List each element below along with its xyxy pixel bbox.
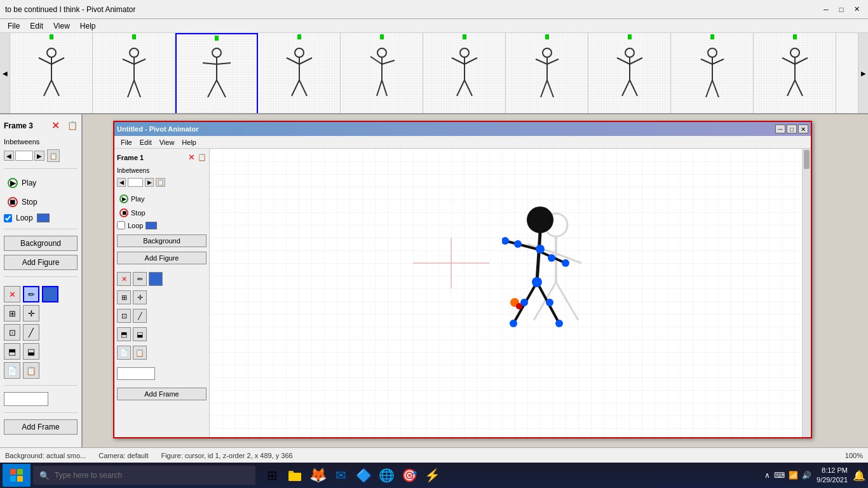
inner-tool-pencil[interactable]: ✏ <box>133 272 147 286</box>
close-button[interactable]: ✕ <box>850 3 863 16</box>
inbetween-increase[interactable]: ▶ <box>34 151 44 161</box>
taskbar-task-view[interactable]: ⊞ <box>261 464 283 487</box>
inner-loop-checkbox[interactable] <box>117 221 125 229</box>
sys-tray-keyboard[interactable]: ⌨ <box>774 471 785 480</box>
timeline-frame-2[interactable] <box>93 33 175 113</box>
add-figure-button[interactable]: Add Figure <box>4 255 78 270</box>
taskbar-app3[interactable]: ⚡ <box>421 464 444 487</box>
tool-delete[interactable]: ✕ <box>4 286 20 302</box>
tool-select[interactable]: ⊡ <box>4 324 20 341</box>
timeline-frame-6[interactable] <box>423 33 506 113</box>
tool-pencil[interactable]: ✏ <box>23 286 39 302</box>
inner-tool-copy-down[interactable]: ⬒ <box>117 327 131 341</box>
inner-inbetween-decrease[interactable]: ◀ <box>117 178 126 187</box>
inner-copy-inbetween[interactable]: 📋 <box>156 178 165 187</box>
timeline-scroll-left[interactable]: ◀ <box>0 33 10 113</box>
timeline-frame-7[interactable] <box>506 33 588 113</box>
copy-inbetween-button[interactable]: 📋 <box>47 149 60 162</box>
inner-canvas[interactable] <box>210 149 811 437</box>
minimize-button[interactable]: ─ <box>820 3 832 16</box>
stop-button[interactable]: ⏹ Stop <box>4 194 78 210</box>
inner-tool-line[interactable]: ╱ <box>133 309 147 323</box>
inner-scrollbar[interactable] <box>802 149 811 437</box>
taskbar-file-explorer[interactable] <box>283 464 306 487</box>
inner-stop-button[interactable]: ⏹ Stop <box>117 207 207 219</box>
tool-copy-up[interactable]: ⬓ <box>23 343 39 360</box>
inner-scrollbar-thumb[interactable] <box>804 150 810 169</box>
timeline-frame-1[interactable] <box>10 33 93 113</box>
inner-background-button[interactable]: Background <box>117 234 207 247</box>
inbetween-value-input[interactable]: 5 <box>15 151 33 161</box>
taskbar-mail[interactable]: ✉ <box>329 464 352 487</box>
timeline-frame-5[interactable] <box>341 33 423 113</box>
tool-paste[interactable]: 📋 <box>23 362 39 379</box>
inner-add-frame-button[interactable]: Add Frame <box>117 388 207 400</box>
sys-tray-volume[interactable]: 🔊 <box>802 471 811 480</box>
inner-frame-delete[interactable]: ✕ <box>188 152 195 162</box>
timeline-frame-9[interactable] <box>671 33 754 113</box>
inner-menu-file[interactable]: File <box>117 137 136 147</box>
menu-file[interactable]: File <box>3 20 25 32</box>
search-bar[interactable]: 🔍 <box>33 466 255 485</box>
menu-edit[interactable]: Edit <box>25 20 48 32</box>
sys-tray-chevron[interactable]: ∧ <box>764 471 770 480</box>
inner-maximize-button[interactable]: □ <box>787 125 797 133</box>
tool-color[interactable] <box>42 286 58 302</box>
background-button[interactable]: Background <box>4 236 78 251</box>
menu-help[interactable]: Help <box>75 20 101 32</box>
inner-tool-grid[interactable]: ⊞ <box>117 290 131 304</box>
taskbar-edge[interactable]: 🌐 <box>375 464 398 487</box>
sys-tray-network[interactable]: 📶 <box>789 471 798 480</box>
tool-move[interactable]: ✛ <box>23 305 39 322</box>
loop-color-swatch[interactable] <box>37 214 50 222</box>
tool-grid[interactable]: ⊞ <box>4 305 20 322</box>
inner-menu-help[interactable]: Help <box>178 137 200 147</box>
search-input[interactable] <box>55 471 249 480</box>
inner-inbetween-value[interactable]: 0 <box>128 178 143 187</box>
inner-add-figure-button[interactable]: Add Figure <box>117 252 207 264</box>
inner-frame-copy[interactable]: 📋 <box>198 153 207 161</box>
clock[interactable]: 8:12 PM 9/29/2021 <box>817 466 848 485</box>
timeline-frame-4[interactable] <box>258 33 341 113</box>
inner-minimize-button[interactable]: ─ <box>775 125 785 133</box>
inner-tool-color[interactable] <box>149 272 163 286</box>
inner-menu-view[interactable]: View <box>156 137 179 147</box>
timeline-frames <box>10 33 858 113</box>
taskbar-app1[interactable]: 🔷 <box>352 464 375 487</box>
start-button[interactable] <box>3 464 31 487</box>
inner-tool-paste[interactable]: 📋 <box>133 346 147 360</box>
inner-tool-delete[interactable]: ✕ <box>117 272 131 286</box>
inner-zoom-input[interactable]: 100.00 <box>117 367 155 380</box>
inner-inbetween-increase[interactable]: ▶ <box>145 178 154 187</box>
timeline-frame-10[interactable] <box>754 33 836 113</box>
frame-delete-button[interactable]: ✕ <box>51 119 60 132</box>
tool-copy-down[interactable]: ⬒ <box>4 343 20 360</box>
inner-menu-edit[interactable]: Edit <box>136 137 156 147</box>
inner-tool-select[interactable]: ⊡ <box>117 309 131 323</box>
maximize-button[interactable]: □ <box>835 3 848 16</box>
tool-line[interactable]: ╱ <box>23 324 39 341</box>
menu-view[interactable]: View <box>48 20 75 32</box>
inner-loop-swatch[interactable] <box>146 222 157 229</box>
add-frame-button[interactable]: Add Frame <box>4 419 78 435</box>
inner-tool-move[interactable]: ✛ <box>133 290 147 304</box>
inner-tool-copy[interactable]: 📄 <box>117 346 131 360</box>
canvas-area: Untitled - Pivot Animator ─ □ ✕ File Edi… <box>83 114 868 447</box>
svg-line-22 <box>292 80 299 96</box>
tool-copy2[interactable]: 📄 <box>4 362 20 379</box>
zoom-input[interactable]: 100.00 <box>4 392 48 406</box>
inbetween-decrease[interactable]: ◀ <box>4 151 14 161</box>
timeline-frame-8[interactable] <box>588 33 671 113</box>
taskbar-app2[interactable]: 🎯 <box>398 464 421 487</box>
loop-checkbox[interactable] <box>4 214 12 222</box>
notifications-button[interactable]: 🔔 <box>853 470 865 482</box>
frame-copy-icon[interactable]: 📋 <box>67 121 78 130</box>
timeline-scroll-right[interactable]: ▶ <box>858 33 868 113</box>
play-button[interactable]: ▶ Play <box>4 175 78 191</box>
inner-tool-copy-up[interactable]: ⬓ <box>133 327 147 341</box>
inner-close-button[interactable]: ✕ <box>798 125 808 133</box>
timeline-frame-3[interactable] <box>175 33 258 113</box>
inner-play-button[interactable]: ▶ Play <box>117 193 207 205</box>
svg-line-57 <box>795 58 808 64</box>
taskbar-firefox[interactable]: 🦊 <box>306 464 329 487</box>
